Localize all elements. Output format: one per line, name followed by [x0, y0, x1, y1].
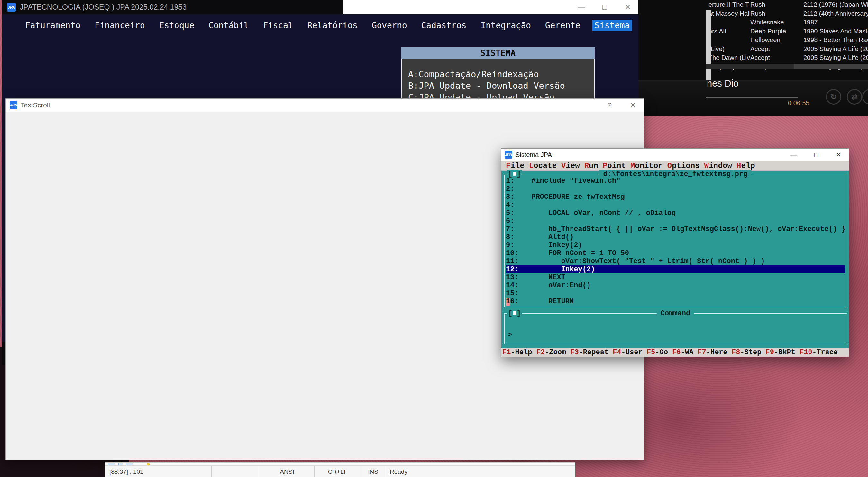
repeat-icon[interactable]: ↻: [826, 89, 841, 105]
debugger-menu-run[interactable]: Run: [584, 161, 598, 170]
status-cell-5: Ready: [385, 466, 575, 477]
code-line[interactable]: 11: oVar:ShowText( "Test " + Ltrim( Str(…: [506, 257, 845, 265]
playlist-scrollbar-horizontal[interactable]: [706, 64, 868, 69]
code-line[interactable]: 6:: [506, 217, 845, 225]
jpa-app-icon: JPA: [10, 101, 18, 109]
minimize-icon[interactable]: —: [571, 0, 591, 14]
code-line[interactable]: 9: Inkey(2): [506, 241, 845, 249]
status-cell-4: INS: [361, 466, 385, 477]
menu-item-gerente[interactable]: Gerente: [542, 20, 583, 31]
menu-item-sistema[interactable]: Sistema: [592, 20, 632, 31]
line-number: 13:: [506, 273, 523, 281]
code-line[interactable]: 15:: [506, 290, 845, 298]
code-line[interactable]: 7: hb_ThreadStart( { || oVar := DlgTextM…: [506, 225, 845, 233]
code-line[interactable]: 8: Altd(): [506, 233, 845, 241]
menu-item-contabil[interactable]: Contábil: [206, 20, 251, 31]
code-line[interactable]: 5: LOCAL oVar, nCont // , oDialog: [506, 209, 845, 217]
track-title: [709, 18, 750, 27]
menu-item-estoque[interactable]: Estoque: [157, 20, 197, 31]
debugger-menu-point[interactable]: Point: [603, 161, 626, 170]
scrollbar-thumb[interactable]: [706, 64, 794, 69]
shuffle-icon[interactable]: ⇄: [847, 89, 862, 105]
close-icon[interactable]: ✕: [623, 99, 643, 112]
toolbar-icon-fragment[interactable]: [108, 463, 115, 466]
code-line[interactable]: 14: oVar:End(): [506, 281, 845, 290]
toolbar-icon-fragment[interactable]: [118, 463, 123, 466]
minimize-icon[interactable]: —: [784, 149, 803, 161]
queue-icon[interactable]: ≡: [862, 89, 868, 105]
command-prompt[interactable]: >: [508, 331, 512, 339]
code-line[interactable]: 4:: [506, 201, 845, 209]
fkey-f2[interactable]: F2: [536, 348, 545, 356]
command-panel[interactable]: [■] Command >: [504, 313, 847, 345]
fkey-f4[interactable]: F4: [613, 348, 621, 356]
code-line[interactable]: 16: RETURN: [506, 298, 845, 305]
fkey-f6[interactable]: F6: [672, 348, 681, 356]
toolbar-icon-fragment[interactable]: [147, 463, 150, 466]
menu-item-faturamento[interactable]: Faturamento: [23, 20, 83, 31]
code-line[interactable]: 13: NEXT: [506, 273, 845, 281]
track-album: 2112 (1976) (Japan WPC: [803, 0, 868, 9]
fkey-f7[interactable]: F7: [698, 348, 706, 356]
progress-line[interactable]: [706, 97, 798, 98]
debugger-menu-window[interactable]: Window: [704, 161, 732, 170]
playlist-row[interactable]: (Live)Accept2005 Staying A Life (2005: [639, 45, 868, 54]
line-number: 11:: [506, 257, 523, 265]
dropdown-item-a[interactable]: A:Compactação/Reindexação: [408, 68, 594, 80]
maximize-icon[interactable]: □: [595, 0, 615, 14]
toolbar-icon-fragment[interactable]: [126, 463, 133, 466]
code-line[interactable]: 2:: [506, 185, 845, 193]
main-window-title: JPATECNOLOGIA (JOSEQ ) JPA 2025.02.24.19…: [20, 3, 187, 11]
source-code-panel[interactable]: [■] d:\fontes\integra\ze_fwtextmsg.prg 1…: [504, 174, 847, 308]
close-icon[interactable]: ✕: [829, 149, 848, 161]
menu-item-financeiro[interactable]: Financeiro: [92, 20, 148, 31]
debugger-title: Sistema JPA: [516, 151, 552, 158]
line-number: 12:: [506, 265, 523, 273]
fkey-f8[interactable]: F8: [732, 348, 740, 356]
screen: erture,II The T…Rush2112 (1976) (Japan W…: [0, 0, 868, 477]
debugger-menu-view[interactable]: View: [561, 161, 580, 170]
maximize-icon[interactable]: □: [807, 149, 826, 161]
dropdown-item-b[interactable]: B:JPA Update - Download Versão: [408, 80, 594, 92]
playlist-row[interactable]: The Dawn (Live)Accept2005 Staying A Life…: [639, 53, 868, 62]
playlist-row[interactable]: Whitesnake1987: [639, 18, 868, 27]
playlist-scrollbar-vertical[interactable]: [706, 10, 711, 81]
track-artist: Whitesnake: [750, 18, 803, 27]
line-number: 6:: [506, 217, 523, 225]
help-icon[interactable]: ?: [600, 99, 619, 112]
playlist-row[interactable]: erture,II The T…Rush2112 (1976) (Japan W…: [639, 0, 868, 9]
fkey-f3[interactable]: F3: [570, 348, 579, 356]
line-number: 15:: [506, 290, 523, 298]
playlist-row[interactable]: ers AllDeep Purple1990 Slaves And Master…: [639, 27, 868, 36]
fkey-f1[interactable]: F1: [502, 348, 511, 356]
main-title-bar[interactable]: JPA JPATECNOLOGIA (JOSEQ ) JPA 2025.02.2…: [2, 0, 343, 14]
jpa-app-icon: JPA: [7, 3, 16, 11]
playlist-row[interactable]: at Massey Hall …Rush2112 (40th Anniversa…: [639, 9, 868, 18]
fkey-f10[interactable]: F10: [800, 348, 812, 356]
menu-item-cadastros[interactable]: Cadastros: [419, 20, 469, 31]
close-icon[interactable]: ✕: [618, 0, 638, 14]
fkey-f5[interactable]: F5: [647, 348, 655, 356]
code-line[interactable]: 3: PROCEDURE ze_fwTextMsg: [506, 193, 845, 201]
debugger-menu-help[interactable]: Help: [737, 161, 755, 170]
menu-item-fiscal[interactable]: Fiscal: [260, 20, 296, 31]
code-line[interactable]: 10: FOR nCont = 1 TO 50: [506, 249, 845, 257]
debugger-menu-locate[interactable]: Locate: [529, 161, 557, 170]
playlist-row[interactable]: Helloween1998 - Better Than Raw: B: [639, 36, 868, 45]
code-line[interactable]: 1: #include "fivewin.ch": [506, 177, 845, 185]
main-title-bar-controls: [343, 0, 639, 14]
fkey-f9[interactable]: F9: [766, 348, 774, 356]
debugger-menu-file[interactable]: File: [506, 161, 525, 170]
panel-marker-icon: [■]: [507, 309, 522, 318]
status-cell-3: CR+LF: [314, 466, 361, 477]
menu-item-governo[interactable]: Governo: [369, 20, 410, 31]
track-artist: Accept: [750, 45, 803, 54]
textscroll-title-bar[interactable]: JPA TextScroll: [6, 99, 644, 112]
breakpoint-marker[interactable]: 1: [506, 298, 510, 305]
track-album: 2112 (40th Anniversary): [803, 9, 868, 18]
debugger-menu-options[interactable]: Options: [667, 161, 700, 170]
debugger-menu-monitor[interactable]: Monitor: [630, 161, 663, 170]
code-line[interactable]: 12: Inkey(2): [506, 265, 845, 273]
menu-item-integracao[interactable]: Integração: [478, 20, 533, 31]
menu-item-relatorios[interactable]: Relatórios: [305, 20, 360, 31]
